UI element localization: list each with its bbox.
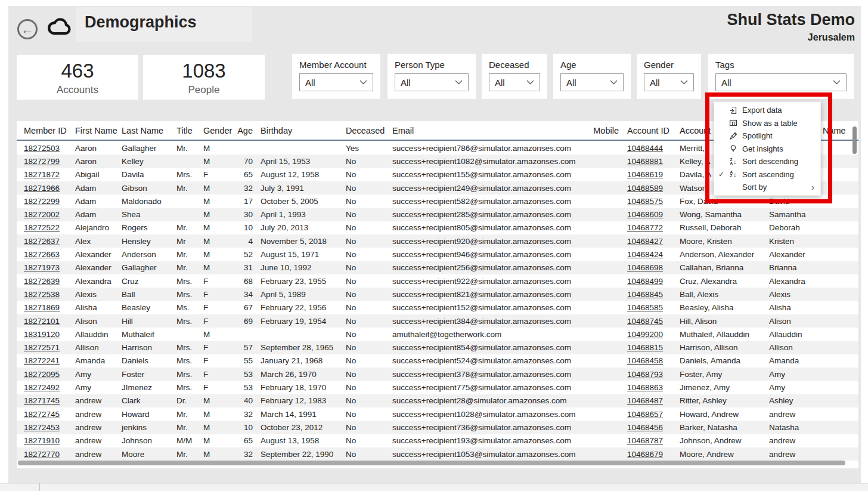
- cell-member-id[interactable]: 18272095: [24, 368, 74, 381]
- cell-account-id[interactable]: 10468679: [627, 447, 677, 461]
- cell-member-id[interactable]: 18319120: [24, 328, 74, 341]
- cell-account-id[interactable]: 10499200: [627, 328, 677, 341]
- cell-mobile: [577, 407, 619, 421]
- col-header-last-name[interactable]: Last Name: [122, 121, 175, 140]
- col-header-gender[interactable]: Gender: [203, 121, 230, 140]
- filter-gender: Gender All: [637, 54, 701, 99]
- deceased-dropdown[interactable]: All: [489, 73, 540, 91]
- member-account-dropdown[interactable]: All: [299, 73, 373, 91]
- tags-dropdown[interactable]: All: [715, 73, 847, 91]
- cell-member-id[interactable]: 18271869: [24, 301, 74, 314]
- cell-name: andrew: [769, 434, 835, 447]
- cell-account-id[interactable]: 10468845: [627, 288, 677, 301]
- cell-member-id[interactable]: 18272522: [24, 221, 74, 234]
- cell-account-id[interactable]: 10468772: [627, 221, 677, 234]
- cell-account-id[interactable]: 10468657: [627, 407, 677, 421]
- cell-member-id[interactable]: 18272453: [24, 421, 74, 434]
- gender-dropdown[interactable]: All: [644, 73, 694, 91]
- cell-member-id[interactable]: 18272002: [24, 208, 74, 221]
- cell-account-id[interactable]: 10468589: [627, 181, 677, 194]
- age-dropdown[interactable]: All: [560, 73, 624, 91]
- vertical-scrollbar[interactable]: [852, 126, 857, 154]
- filter-label: Age: [560, 60, 631, 70]
- cell-account-id[interactable]: 10468458: [627, 354, 677, 368]
- cell-deceased: No: [346, 274, 390, 288]
- cell-member-id[interactable]: 18272639: [24, 274, 74, 288]
- cell-member-id[interactable]: 18272637: [24, 234, 74, 248]
- cell-account-id[interactable]: 10468585: [627, 301, 677, 314]
- cell-member-id[interactable]: 18272241: [24, 354, 74, 368]
- cell-account-id[interactable]: 10468793: [627, 368, 677, 381]
- app-subtitle: Jerusalem: [676, 32, 855, 43]
- table-row: 18272639AlexandraCruzMrs.F68February 23,…: [17, 274, 858, 288]
- cell-account-id[interactable]: 10468444: [627, 141, 677, 155]
- cell-member-id[interactable]: 18271745: [24, 394, 74, 407]
- cell-deceased: No: [346, 301, 390, 314]
- cell-account-id[interactable]: 10468698: [627, 261, 677, 274]
- table-row: 18272637AlexHensleyMrM4November 5, 2018N…: [17, 234, 858, 248]
- cell-member-id[interactable]: 18271973: [24, 261, 74, 274]
- col-header-age[interactable]: Age: [231, 121, 253, 140]
- cell-member-id[interactable]: 18272492: [24, 381, 74, 394]
- cell-gender: M: [203, 407, 230, 421]
- cell-account-id[interactable]: 10468619: [627, 168, 677, 181]
- cell-member-id[interactable]: 18272299: [24, 194, 74, 208]
- cell-first-name: Allauddin: [75, 328, 120, 341]
- cell-last-name: Kelley: [122, 155, 175, 168]
- page-title: Demographics: [85, 13, 197, 32]
- cell-member-id[interactable]: 18272503: [24, 141, 74, 155]
- cell-account-id[interactable]: 10468745: [627, 314, 677, 328]
- col-header-email[interactable]: Email: [392, 121, 589, 140]
- cell-account-id[interactable]: 10468456: [627, 421, 677, 434]
- col-header-account-id[interactable]: Account ID: [627, 121, 677, 140]
- col-header-first-name[interactable]: First Name: [75, 121, 120, 140]
- cell-gender: F: [203, 301, 230, 314]
- cell-mobile: [577, 381, 619, 394]
- cell-account-id[interactable]: 10468863: [627, 381, 677, 394]
- cell-member-id[interactable]: 18272663: [24, 248, 74, 261]
- cell-name: Alexandra: [769, 274, 835, 288]
- cell-account-id[interactable]: 10468424: [627, 248, 677, 261]
- filter-age: Age All: [553, 54, 631, 99]
- col-header-member-id[interactable]: Member ID: [24, 121, 74, 140]
- cell-account-id[interactable]: 10468815: [627, 341, 677, 354]
- cell-member-id[interactable]: 18272538: [24, 288, 74, 301]
- horizontal-scrollbar[interactable]: [18, 461, 845, 465]
- cell-age: 67: [231, 301, 253, 314]
- cell-birthday: August 15, 1971: [261, 248, 344, 261]
- cell-member-id[interactable]: 18272571: [24, 341, 74, 354]
- cell-first-name: Alexander: [75, 261, 120, 274]
- col-header-birthday[interactable]: Birthday: [261, 121, 344, 140]
- table-row: 18319120AllauddinMuthaleifMNoamuthaleif@…: [17, 328, 858, 341]
- cell-account-id[interactable]: 10468499: [627, 274, 677, 288]
- table-row: 18272770andrewMooreMr.M32September 22, 1…: [17, 447, 858, 461]
- cell-member-id[interactable]: 18272101: [24, 314, 74, 328]
- cell-gender: M: [203, 221, 230, 234]
- person-type-dropdown[interactable]: All: [395, 73, 469, 91]
- cell-account-id[interactable]: 10468575: [627, 194, 677, 208]
- cell-member-id[interactable]: 18271910: [24, 434, 74, 447]
- cell-email: success+recipient384@simulator.amazonses…: [392, 314, 589, 328]
- cell-account-name: Foster, Amy: [680, 368, 768, 381]
- cell-member-id[interactable]: 18272770: [24, 447, 74, 461]
- cell-gender: M: [203, 208, 230, 221]
- cell-account-id[interactable]: 10468881: [627, 155, 677, 168]
- cell-mobile: [577, 274, 619, 288]
- col-header-title[interactable]: Title: [176, 121, 203, 140]
- cell-account-id[interactable]: 10468787: [627, 434, 677, 447]
- back-button[interactable]: ←: [17, 19, 38, 39]
- cell-account-id[interactable]: 10468427: [627, 234, 677, 248]
- col-header-mobile[interactable]: Mobile: [577, 121, 619, 140]
- cell-member-id[interactable]: 18271872: [24, 168, 74, 181]
- cell-mobile: [577, 234, 619, 248]
- cell-age: 57: [231, 341, 253, 354]
- cell-account-id[interactable]: 10468487: [627, 394, 677, 407]
- cell-first-name: Alisha: [75, 301, 120, 314]
- cell-member-id[interactable]: 18271966: [24, 181, 74, 194]
- cell-account-id[interactable]: 10468609: [627, 208, 677, 221]
- col-header-deceased[interactable]: Deceased: [346, 121, 390, 140]
- cell-member-id[interactable]: 18272745: [24, 407, 74, 421]
- cell-member-id[interactable]: 18272799: [24, 155, 74, 168]
- cell-email: success+recipient1082@simulator.amazonse…: [392, 155, 589, 168]
- cell-title: Mrs.: [176, 314, 203, 328]
